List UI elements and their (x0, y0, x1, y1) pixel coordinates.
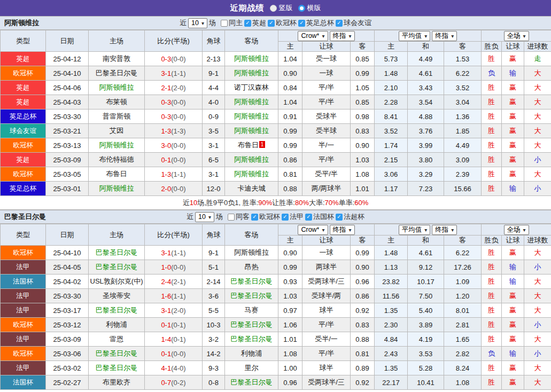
avg-time-select[interactable]: 终指 (432, 31, 457, 41)
corner-stat: 4-4 (203, 81, 225, 95)
matches-table: 类型 日期 主场 比分(半场) 角球 客场 Crow* 终指 平均值 终指 (0, 30, 551, 196)
avg-time-select[interactable]: 终指 (432, 225, 457, 235)
team-name-link[interactable]: 马赛 (245, 306, 259, 314)
bookmaker-select[interactable]: Crow* (298, 31, 328, 41)
home-team-cell: 巴黎圣日尔曼 (89, 361, 145, 375)
col-header-avg-away: 客 (444, 236, 482, 246)
scope-select[interactable]: 全场 (504, 225, 529, 235)
team-name-link[interactable]: 阿斯顿维拉 (234, 69, 269, 77)
match-count-select[interactable]: 10 (188, 18, 207, 28)
checkbox-unchecked-icon[interactable] (221, 20, 228, 27)
layout-radio-vertical[interactable]: 竖版 (270, 3, 293, 13)
checkbox-checked-icon[interactable] (251, 214, 258, 221)
match-row: 欧冠杯25-03-06巴黎圣日尔曼0-1(0-0)14-2利物浦1.08平/半0… (1, 347, 551, 361)
competition-filter-2[interactable]: 法国杯 (305, 212, 334, 222)
checkbox-checked-icon[interactable] (282, 214, 289, 221)
team-name-link[interactable]: 巴黎圣日尔曼 (231, 277, 273, 285)
team-name-link[interactable]: 巴黎圣日尔曼 (96, 306, 137, 314)
team-name-link[interactable]: 布伦特福德 (99, 155, 134, 163)
checkbox-unchecked-icon[interactable] (228, 214, 235, 221)
team-name-link[interactable]: 巴黎圣日尔曼 (231, 320, 273, 328)
crow-home-odds: 1.00 (278, 361, 302, 375)
odds-time-select[interactable]: 终指 (330, 225, 355, 235)
bookmaker-select[interactable]: Crow* (298, 225, 328, 235)
checkbox-checked-icon[interactable] (244, 20, 251, 27)
scope-select[interactable]: 全场 (504, 31, 529, 41)
team-name-link[interactable]: 圣埃蒂安 (103, 292, 130, 300)
competition-filter-2[interactable]: 英足总杯 (298, 18, 334, 28)
team-name-link[interactable]: 布鲁日 (106, 170, 127, 178)
team-name-link[interactable]: 布莱顿 (106, 98, 127, 106)
team-name-link[interactable]: 巴黎圣日尔曼 (231, 335, 273, 343)
team-name-link[interactable]: 巴黎圣日尔曼 (96, 248, 137, 256)
radio-unchecked-icon[interactable] (270, 5, 277, 12)
team-name-link[interactable]: 布鲁日 (238, 141, 259, 149)
crow-home-odds: 1.06 (278, 318, 302, 332)
team-name-link[interactable]: 利物浦 (241, 349, 262, 357)
competition-filter-0[interactable]: 英超 (244, 18, 266, 28)
matches-table: 类型 日期 主场 比分(半场) 角球 客场 Crow* 终指 平均值 终指 (0, 224, 551, 390)
average-select[interactable]: 平均值 (399, 31, 431, 41)
competition-filter-1[interactable]: 欧冠杯 (268, 18, 297, 28)
competition-filter-1[interactable]: 法甲 (282, 212, 304, 222)
team-name-link[interactable]: 卡迪夫城 (238, 184, 266, 192)
layout-radio-horizontal[interactable]: 横版 (298, 3, 321, 13)
checkbox-checked-icon[interactable] (336, 214, 343, 221)
result-goals: 小 (524, 347, 551, 361)
odds-time-select[interactable]: 终指 (330, 31, 355, 41)
team-name-link[interactable]: 巴黎圣日尔曼 (231, 378, 273, 386)
halftime-score: (1-1) (171, 249, 185, 257)
checkbox-checked-icon[interactable] (336, 20, 343, 27)
team-name-link[interactable]: 阿斯顿维拉 (234, 170, 269, 178)
team-name-link[interactable]: 阿斯顿维拉 (234, 127, 269, 135)
scope-select-group: 全场 (482, 224, 551, 236)
team-name-link[interactable]: 雷恩 (110, 335, 123, 343)
result-handicap: 赢 (502, 303, 524, 318)
team-name-link[interactable]: 普雷斯顿 (103, 112, 130, 120)
average-select[interactable]: 平均值 (399, 225, 431, 235)
match-count-select[interactable]: 10 (195, 212, 214, 222)
team-name-link[interactable]: 阿斯顿维拉 (234, 98, 269, 106)
checkbox-checked-icon[interactable] (305, 214, 312, 221)
team-name-link[interactable]: 阿斯顿维拉 (99, 184, 134, 192)
competition-filter-0[interactable]: 欧冠杯 (251, 212, 280, 222)
team-name-link[interactable]: 巴黎圣日尔曼 (231, 292, 273, 300)
team-name-link[interactable]: 里尔 (245, 364, 259, 372)
checkbox-checked-icon[interactable] (298, 20, 305, 27)
competition-filter-3[interactable]: 球会友谊 (336, 18, 371, 28)
team-name-link[interactable]: 巴黎圣日尔曼 (96, 349, 137, 357)
away-team-cell: 巴黎圣日尔曼 (225, 275, 278, 289)
crow-home-odds: 1.01 (278, 332, 302, 347)
avg-away-odds: 2.81 (444, 318, 482, 332)
team-name-link[interactable]: 布里欧齐 (103, 378, 130, 386)
team-name-link[interactable]: 巴黎圣日尔曼 (96, 263, 137, 271)
crow-away-odds: 0.88 (351, 332, 375, 347)
match-row: 英足总杯25-03-01阿斯顿维拉2-0(0-0)12-0卡迪夫城0.88两/两… (1, 182, 551, 196)
halftime-score: (0-0) (171, 185, 185, 193)
team-name-link[interactable]: 阿斯顿维拉 (234, 54, 269, 62)
team-name-link[interactable]: 阿斯顿维拉 (234, 248, 269, 256)
checkbox-checked-icon[interactable] (268, 20, 275, 27)
same-venue-filter[interactable]: 同客 (228, 212, 250, 222)
team-name-link[interactable]: 阿斯顿维拉 (234, 155, 269, 163)
team-name-link[interactable]: 巴黎圣日尔曼 (96, 69, 137, 77)
team-name-link[interactable]: 巴黎圣日尔曼 (96, 364, 137, 372)
team-name-link[interactable]: 阿斯顿维拉 (99, 83, 134, 91)
team-name-link[interactable]: 南安普敦 (103, 54, 130, 62)
competition-filter-3[interactable]: 法超杯 (336, 212, 364, 222)
match-date: 25-03-21 (46, 124, 89, 138)
team-name-link[interactable]: 昂热 (245, 263, 259, 271)
avg-away-odds: 1.53 (444, 52, 482, 66)
team-name-link[interactable]: 阿斯顿维拉 (99, 141, 134, 149)
team-name-link[interactable]: 利物浦 (106, 320, 127, 328)
team-name-link[interactable]: 诺丁汉森林 (234, 83, 269, 91)
radio-checked-icon[interactable] (298, 5, 305, 12)
fulltime-score: 3-1 (161, 307, 171, 315)
team-name-link[interactable]: USL敦刻尔克(中) (90, 277, 143, 285)
score-cell: 0-1(0-0) (145, 153, 203, 167)
col-header-crow-home: 主 (278, 42, 302, 52)
match-date: 25-03-06 (46, 347, 89, 361)
same-venue-filter[interactable]: 同主 (221, 18, 243, 28)
team-name-link[interactable]: 艾因 (110, 127, 123, 135)
team-name-link[interactable]: 阿斯顿维拉 (234, 112, 269, 120)
